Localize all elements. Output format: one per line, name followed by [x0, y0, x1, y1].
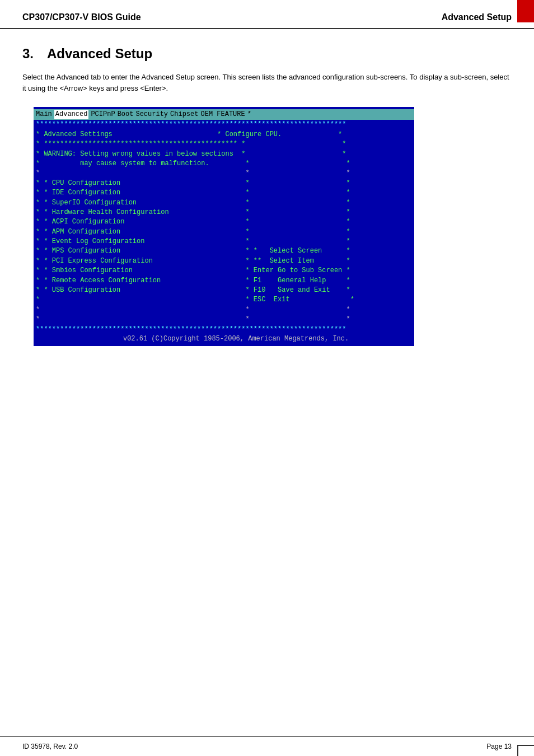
section-title-header: Advanced Setup [442, 12, 512, 22]
footer-id: ID 35978, Rev. 2.0 [22, 743, 78, 750]
bios-divider-bottom: ****************************************… [34, 325, 414, 334]
menu-security: Security [135, 110, 168, 119]
main-content: 3.Advanced Setup Select the Advanced tab… [0, 29, 534, 368]
bios-ide-config: * * IDE Configuration * * [34, 188, 414, 198]
bios-copyright: v02.61 (C)Copyright 1985-2006, American … [34, 334, 414, 344]
bios-hwhealth-config: * * Hardware Health Configuration * * [34, 208, 414, 217]
bios-mps-config: * * MPS Configuration * * Select Screen … [34, 246, 414, 256]
section-number: 3. [22, 46, 34, 61]
guide-title: CP307/CP307-V BIOS Guide [22, 12, 141, 22]
page-footer: ID 35978, Rev. 2.0 Page 13 [0, 736, 534, 756]
bios-blank3: * * * [34, 315, 414, 324]
bios-usb-config: * * USB Configuration * F10 Save and Exi… [34, 286, 414, 295]
bios-warning-line1: * WARNING: Setting wrong values in below… [34, 150, 414, 159]
bios-apm-config: * * APM Configuration * * [34, 227, 414, 237]
bios-cpu-config: * * CPU Configuration * * [34, 179, 414, 188]
section-heading: 3.Advanced Setup [22, 46, 512, 62]
bios-blank2: * * * [34, 305, 414, 315]
bios-menubar: Main Advanced PCIPnP Boot Security Chips… [34, 109, 414, 120]
menu-star: * [247, 110, 251, 119]
menu-oem: OEM FEATURE [200, 110, 245, 119]
bios-divider-top: ****************************************… [34, 120, 414, 129]
section-title: Advanced Setup [47, 46, 152, 61]
menu-pcipnp: PCIPnP [91, 110, 115, 119]
bios-remoteaccess-config: * * Remote Access Configuration * F1 Gen… [34, 276, 414, 286]
bios-screen: Main Advanced PCIPnP Boot Security Chips… [34, 107, 414, 346]
bios-pciexpress-config: * * PCI Express Configuration * ** Selec… [34, 256, 414, 266]
bios-eventlog-config: * * Event Log Configuration * * [34, 237, 414, 246]
corner-decoration [512, 0, 534, 28]
bios-superio-config: * * SuperIO Configuration * * [34, 198, 414, 208]
bios-warning-line2: * may cause system to malfunction. * * [34, 159, 414, 169]
footer-page: Page 13 [486, 743, 512, 750]
bios-star-line: * **************************************… [34, 139, 414, 149]
menu-advanced: Advanced [54, 110, 89, 119]
menu-main: Main [36, 110, 52, 119]
menu-chipset: Chipset [170, 110, 198, 119]
bios-blank1: * * * [34, 169, 414, 178]
bios-advanced-settings: * Advanced Settings * Configure CPU. * [34, 130, 414, 139]
intro-paragraph: Select the Advanced tab to enter the Adv… [22, 72, 512, 94]
bottom-right-decoration [517, 745, 534, 756]
bios-acpi-config: * * ACPI Configuration * * [34, 217, 414, 227]
bios-smbios-config: * * Smbios Configuration * Enter Go to S… [34, 266, 414, 276]
page-header: CP307/CP307-V BIOS Guide Advanced Setup [0, 0, 534, 29]
menu-boot: Boot [118, 110, 134, 119]
bios-esc-line: * * ESC Exit * [34, 295, 414, 305]
